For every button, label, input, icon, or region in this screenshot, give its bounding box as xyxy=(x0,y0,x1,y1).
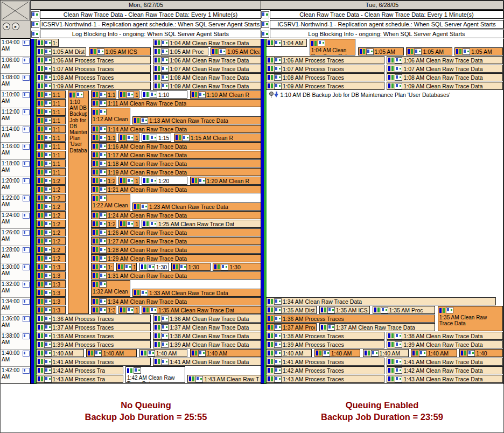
event[interactable]: 1:29 AM Clean Raw Trace Data xyxy=(91,254,261,262)
event[interactable]: 1:2 xyxy=(36,254,66,262)
event[interactable]: 1:28 AM Clean Raw Trace Data xyxy=(91,246,261,254)
event[interactable]: 1:37 AM Process Traces xyxy=(36,323,151,331)
event[interactable]: 1:31 AM Clean Raw Trace Data xyxy=(91,271,261,280)
event[interactable]: 1:24 AM Clean Raw Trace Data xyxy=(91,211,261,219)
event[interactable]: 1:38 AM Process Traces xyxy=(36,332,151,340)
event[interactable]: 1:12 AM Clean xyxy=(91,108,130,124)
event[interactable]: 1:09 AM Process Traces xyxy=(266,82,384,90)
event[interactable]: 1:22 AM Clean xyxy=(91,194,130,211)
event[interactable]: 1:19 AM Clean Raw Trace Data xyxy=(91,168,261,176)
event[interactable]: 1:2 xyxy=(118,177,139,185)
allday-banner[interactable]: Clean Raw Trace Data - Clean Raw Trace D… xyxy=(31,10,261,19)
event[interactable]: 1:08 AM Clean Raw Trace Data xyxy=(387,73,503,81)
event[interactable]: 1:10 xyxy=(142,90,187,99)
event[interactable]: 1:30 xyxy=(213,263,261,271)
event[interactable]: 1:43 AM Process Tra xyxy=(36,375,123,383)
event[interactable]: 1:42 AM Clean Raw Trace Data xyxy=(125,366,185,383)
event[interactable]: 1:3 xyxy=(116,263,137,271)
event[interactable]: 1:08 AM Process Traces xyxy=(36,73,151,81)
event[interactable]: 1:3 xyxy=(36,271,66,280)
event[interactable]: 1:43 AM Clean Raw Trace Data xyxy=(387,375,503,383)
allday-banner[interactable]: ICSRV1-Northwind-1 - Replication agent s… xyxy=(261,19,503,29)
event[interactable]: 1:07 AM Process Traces xyxy=(266,65,384,73)
event[interactable]: 1:08 AM Clean Raw Trace Data xyxy=(153,73,261,81)
event[interactable]: 1:1 xyxy=(36,159,66,167)
event[interactable]: 1:06 AM Clean Raw Trace Data xyxy=(153,56,261,64)
allday-banner[interactable]: Clean Raw Trace Data - Clean Raw Trace D… xyxy=(261,10,503,19)
event[interactable]: 1:35 AM Clean Raw Trace Dat xyxy=(142,306,261,314)
event[interactable]: 1:26 AM Clean Raw Trace Data xyxy=(91,228,261,236)
event[interactable]: 1:40 AM xyxy=(411,349,457,357)
event[interactable]: 1:06 AM Process Traces xyxy=(36,56,151,64)
event[interactable]: 1:1 xyxy=(36,151,66,159)
event[interactable]: 1:05 AM Clea xyxy=(211,47,261,55)
event[interactable]: 1:1 xyxy=(36,134,66,142)
event[interactable]: 1:34 AM Clean Raw Trace Data xyxy=(91,297,261,305)
event[interactable]: 1:20 xyxy=(91,177,116,185)
event[interactable]: 1:05 AM xyxy=(358,47,404,55)
event[interactable]: 1:2 xyxy=(36,246,66,254)
event[interactable]: 1:36 AM Process Traces xyxy=(266,315,435,323)
event[interactable]: 1:15 xyxy=(142,134,172,142)
event[interactable]: 1:11 AM Clean Raw Trace Data xyxy=(91,99,261,107)
event[interactable]: 1:33 AM Clean Raw Trace Data xyxy=(132,289,261,297)
event[interactable]: 1:18 AM Clean Raw Trace Data xyxy=(91,159,261,167)
event[interactable]: 1:05 AM ICS xyxy=(89,47,151,55)
event[interactable]: 1:2 xyxy=(36,202,66,211)
event[interactable]: 1:39 AM Clean Raw Trace Data xyxy=(387,340,503,348)
event[interactable]: 1:2 xyxy=(36,194,66,202)
event[interactable]: 1:41 AM Process Traces xyxy=(36,358,151,366)
event[interactable]: 1:3 xyxy=(36,289,66,297)
event[interactable]: 1:09 AM Clean Raw Trace Data xyxy=(153,82,261,90)
event[interactable]: 1:1 xyxy=(36,142,66,150)
event[interactable]: 1:3 xyxy=(36,297,66,305)
event[interactable]: 1:30 xyxy=(91,263,114,271)
event[interactable]: 1:3 xyxy=(36,280,66,288)
event[interactable]: 1:42 AM Process Tra xyxy=(36,366,123,374)
event[interactable]: 1:37 AM Clean Raw Trace Data xyxy=(319,323,436,331)
event[interactable]: 1:34 AM Clean Raw Trace Data xyxy=(266,297,496,305)
event[interactable]: 1:06 AM Process Traces xyxy=(266,56,384,64)
event[interactable]: 1:36 AM Process Traces xyxy=(36,315,151,323)
event[interactable]: 1:10 AM DB Backup Job for DB Maintenance… xyxy=(268,90,500,99)
event[interactable]: 1:40 xyxy=(459,349,503,357)
event[interactable]: 1:17 AM Clean Raw Trace Data xyxy=(91,151,261,159)
event[interactable]: 1:2 xyxy=(36,228,66,236)
event[interactable]: 1:1 xyxy=(36,99,66,107)
event[interactable]: 1:23 AM Clean Raw Trace Data xyxy=(132,202,261,211)
event[interactable]: 1:06 AM Clean Raw Trace Data xyxy=(387,56,503,64)
event[interactable]: 1:40 AM xyxy=(314,349,360,357)
event[interactable]: 1:2 xyxy=(118,220,139,228)
next-button[interactable]: ▸ xyxy=(12,23,19,30)
event[interactable]: 1:3 xyxy=(36,263,66,271)
event[interactable]: 1:43 AM Process Traces xyxy=(266,375,384,383)
event[interactable]: 1:27 AM Clean Raw Trace Data xyxy=(91,237,261,245)
event[interactable]: 1:35 AM Proc xyxy=(373,306,436,314)
event[interactable]: 1:25 xyxy=(91,220,116,228)
prev-button[interactable]: ◂ xyxy=(3,23,10,30)
event[interactable]: 1:08 AM Process Traces xyxy=(266,73,384,81)
allday-banner[interactable]: Log Blocking Info - ongoing: When SQL Se… xyxy=(261,29,503,39)
event[interactable]: 1:1 xyxy=(118,134,139,142)
allday-banner[interactable]: Log Blocking Info - ongoing: When SQL Se… xyxy=(31,29,261,39)
event[interactable]: 1:04 AM Clean Raw Trace Data xyxy=(310,39,355,55)
event[interactable]: 1:15 xyxy=(91,134,116,142)
event[interactable]: 1:35 AM Clean Raw Trace Data xyxy=(438,306,503,331)
event[interactable]: 1:09 AM Clean Raw Trace Data xyxy=(387,82,503,90)
event[interactable]: 1:35 xyxy=(91,306,116,314)
event[interactable]: 1:10 xyxy=(91,90,116,99)
event[interactable]: 1:30 xyxy=(139,263,170,271)
event[interactable]: 1:16 AM Clean Raw Trace Data xyxy=(91,142,261,150)
event[interactable]: 1:37 AM Clean Raw Trace Data xyxy=(153,323,261,331)
event[interactable]: 1:3 xyxy=(36,306,66,314)
event[interactable]: 1:30 xyxy=(171,263,211,271)
event[interactable]: 1:39 AM Clean Raw Trace Data xyxy=(153,340,261,348)
event[interactable]: 1:07 AM Clean Raw Trace Data xyxy=(153,65,261,73)
event[interactable]: 1:1 xyxy=(36,125,66,133)
event[interactable]: 1:13 AM Clean Raw Trace Data xyxy=(132,116,261,124)
day-header-tue[interactable]: Tue, 6/28/05 xyxy=(261,1,503,10)
event[interactable]: 1:41 AM Process Traces xyxy=(266,358,384,366)
event[interactable]: 1:2 xyxy=(36,185,66,193)
event[interactable]: 1:40 AM xyxy=(86,349,137,357)
allday-banner[interactable]: ICSRV1-Northwind-1 - Replication agent s… xyxy=(31,19,261,29)
